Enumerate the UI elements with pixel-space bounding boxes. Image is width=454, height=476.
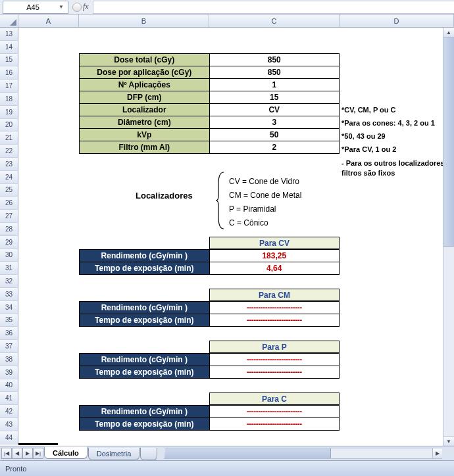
tab-first-icon[interactable]: |◀ (1, 448, 12, 459)
row-header-39[interactable]: 39 (0, 366, 18, 379)
param-value[interactable]: 50 (209, 129, 339, 141)
col-header-c[interactable]: C (209, 14, 340, 27)
row-header-44[interactable]: 44 (0, 431, 18, 444)
row-header-14[interactable]: 14 (0, 41, 18, 54)
row-header-25[interactable]: 25 (0, 184, 18, 197)
cancel-icon[interactable] (72, 3, 82, 12)
row-header-30[interactable]: 30 (0, 249, 18, 262)
result-value: ------------------------ (209, 302, 339, 314)
result-value: ------------------------ (209, 354, 339, 366)
param-value[interactable]: 1 (209, 79, 339, 91)
row-header-19[interactable]: 19 (0, 106, 18, 119)
row-header-40[interactable]: 40 (0, 379, 18, 393)
col-header-d[interactable]: D (340, 14, 454, 27)
result-header: Para P (209, 341, 340, 353)
chevron-down-icon[interactable]: ▼ (59, 4, 64, 10)
result-header: Para CV (209, 237, 340, 249)
localizador-item: CV = Cone de Vidro (229, 175, 301, 189)
vertical-scrollbar[interactable]: ▲ ▼ (443, 28, 454, 446)
row-header-37[interactable]: 37 (0, 340, 18, 353)
row-header-13[interactable]: 13 (0, 28, 18, 41)
localizadores-title: Localizadores (136, 191, 193, 201)
col-header-a[interactable]: A (18, 14, 79, 27)
result-header: Para C (209, 393, 340, 405)
row-header-23[interactable]: 23 (0, 158, 18, 171)
row-header-17[interactable]: 17 (0, 80, 18, 93)
result-value: 183,25 (209, 250, 339, 262)
formula-input[interactable] (93, 1, 454, 14)
note-filtro: *Para CV, 1 ou 2 (341, 145, 396, 153)
note-kvp: *50, 43 ou 29 (341, 132, 386, 140)
tab-new-icon[interactable] (140, 448, 157, 460)
status-bar: Pronto (0, 460, 454, 476)
param-value[interactable]: 850 (209, 54, 339, 66)
name-box[interactable]: A45 ▼ (3, 1, 68, 14)
row-header-31[interactable]: 31 (0, 262, 18, 275)
row-header-18[interactable]: 18 (0, 93, 18, 106)
row-header-34[interactable]: 34 (0, 301, 18, 314)
result-label: Rendimento (cGy/min ) (80, 250, 210, 262)
localizador-item: C = Cônico (229, 216, 301, 230)
tab-prev-icon[interactable]: ◀ (12, 448, 22, 459)
result-label: Rendimento (cGy/min ) (80, 406, 210, 418)
scroll-right-icon[interactable]: ▶ (432, 448, 442, 458)
thick-border (18, 443, 58, 445)
parameters-table: Dose total (cGy)850Dose por aplicação (c… (79, 53, 340, 154)
scroll-down-icon[interactable]: ▼ (443, 436, 454, 446)
note-outros: - Para os outros localizadores os filtro… (341, 158, 454, 178)
row-header-21[interactable]: 21 (0, 131, 18, 145)
row-header-33[interactable]: 33 (0, 288, 18, 301)
param-label: Dose por aplicação (cGy) (80, 66, 210, 79)
sheet-content: Dose total (cGy)850Dose por aplicação (c… (18, 28, 454, 446)
param-label: DFP (cm) (80, 91, 210, 104)
spreadsheet-grid[interactable]: 1314151617181920212223242526272829303132… (0, 28, 454, 446)
row-header-16[interactable]: 16 (0, 66, 18, 80)
result-value: 4,64 (209, 262, 339, 275)
row-header-22[interactable]: 22 (0, 145, 18, 158)
result-label: Tempo de exposição (min) (80, 418, 210, 431)
row-header-27[interactable]: 27 (0, 210, 18, 223)
localizadores-legend: Localizadores CV = Cone de VidroCM = Con… (79, 171, 340, 230)
select-all-corner[interactable] (0, 14, 18, 27)
row-header-29[interactable]: 29 (0, 236, 18, 249)
tab-last-icon[interactable]: ▶| (33, 448, 43, 459)
row-header-32[interactable]: 32 (0, 275, 18, 288)
localizador-item: CM = Cone de Metal (229, 189, 301, 202)
tab-calculo[interactable]: Cálculo (44, 446, 88, 459)
result-label: Tempo de exposição (min) (80, 262, 210, 275)
row-header-43[interactable]: 43 (0, 418, 18, 431)
name-box-value: A45 (7, 3, 59, 11)
vscroll-thumb[interactable] (443, 37, 454, 247)
param-value[interactable]: 15 (209, 91, 339, 104)
param-value[interactable]: 2 (209, 141, 339, 154)
row-header-28[interactable]: 28 (0, 223, 18, 236)
row-header-42[interactable]: 42 (0, 405, 18, 418)
note-localizador: *CV, CM, P ou C (341, 106, 396, 114)
column-headers: A B C D (0, 14, 454, 28)
scroll-up-icon[interactable]: ▲ (443, 28, 454, 37)
param-value[interactable]: 850 (209, 66, 339, 79)
fx-icon[interactable]: fx (83, 2, 89, 12)
param-label: Filtro (mm Al) (80, 141, 210, 154)
param-label: Dose total (cGy) (80, 54, 210, 66)
horizontal-scrollbar[interactable]: ◀ ▶ (164, 448, 442, 459)
row-header-38[interactable]: 38 (0, 353, 18, 366)
tab-dosimetria[interactable]: Dosimetria (88, 448, 140, 460)
row-header-24[interactable]: 24 (0, 171, 18, 184)
hscroll-thumb[interactable] (164, 448, 330, 458)
col-header-b[interactable]: B (79, 14, 209, 27)
localizadores-list: CV = Cone de VidroCM = Cone de MetalP = … (229, 175, 301, 230)
param-value[interactable]: 3 (209, 116, 339, 129)
param-value[interactable]: CV (209, 104, 339, 116)
row-header-35[interactable]: 35 (0, 314, 18, 327)
tab-next-icon[interactable]: ▶ (22, 448, 33, 459)
result-label: Tempo de exposição (min) (80, 366, 210, 379)
result-value: ------------------------ (209, 418, 339, 431)
result-block: Para CRendimento (cGy/min )-------------… (79, 393, 340, 431)
row-header-36[interactable]: 36 (0, 327, 18, 340)
row-header-20[interactable]: 20 (0, 119, 18, 132)
note-diametro: *Para os cones: 4, 3, 2 ou 1 (341, 119, 435, 127)
row-header-41[interactable]: 41 (0, 392, 18, 405)
row-header-26[interactable]: 26 (0, 197, 18, 210)
row-header-15[interactable]: 15 (0, 54, 18, 67)
